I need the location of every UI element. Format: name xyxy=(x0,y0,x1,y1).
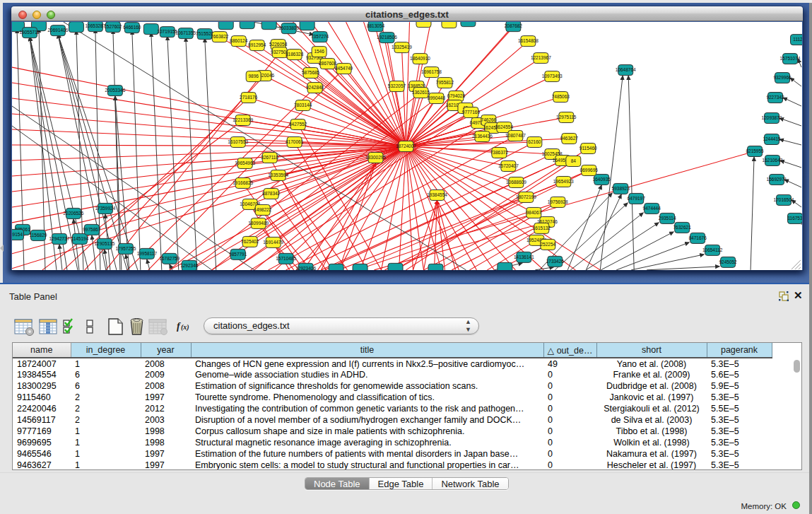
svg-text:3267110: 3267110 xyxy=(261,155,278,160)
svg-text:18300295: 18300295 xyxy=(365,155,386,160)
svg-text:17957255: 17957255 xyxy=(115,246,136,251)
svg-text:1615132: 1615132 xyxy=(533,226,551,230)
svg-text:3624554: 3624554 xyxy=(495,124,514,129)
svg-text:9857791: 9857791 xyxy=(229,252,247,257)
svg-text:(x): (x) xyxy=(181,323,189,332)
svg-text:1733426: 1733426 xyxy=(546,259,565,264)
svg-text:6479197: 6479197 xyxy=(628,196,646,201)
svg-text:20053346: 20053346 xyxy=(105,88,125,93)
svg-text:2718176: 2718176 xyxy=(240,95,258,100)
svg-text:2087682: 2087682 xyxy=(505,23,523,28)
svg-text:19055712: 19055712 xyxy=(20,30,40,35)
svg-text:9329966: 9329966 xyxy=(773,75,792,80)
svg-text:84: 84 xyxy=(571,158,577,163)
svg-text:1640935: 1640935 xyxy=(593,177,611,182)
svg-text:20206526: 20206526 xyxy=(63,211,83,216)
svg-text:15751074: 15751074 xyxy=(780,56,801,61)
svg-text:8990448: 8990448 xyxy=(428,95,446,100)
svg-text:5322057: 5322057 xyxy=(388,83,406,88)
svg-text:13353594: 13353594 xyxy=(268,173,288,177)
svg-text:1362615: 1362615 xyxy=(412,90,430,95)
svg-text:7663822: 7663822 xyxy=(211,34,229,39)
svg-text:14136141: 14136141 xyxy=(514,255,534,259)
svg-text:16961758: 16961758 xyxy=(421,69,442,74)
svg-text:10688609: 10688609 xyxy=(506,180,526,185)
svg-text:8215955: 8215955 xyxy=(746,148,764,153)
svg-text:12975115: 12975115 xyxy=(556,115,577,119)
svg-text:8860124: 8860124 xyxy=(230,38,248,43)
svg-text:7485063: 7485063 xyxy=(552,94,570,99)
svg-text:9463627: 9463627 xyxy=(560,136,579,141)
svg-text:0699695: 0699695 xyxy=(580,168,599,173)
svg-text:6466160: 6466160 xyxy=(123,25,141,30)
svg-text:116753: 116753 xyxy=(787,216,802,221)
svg-text:16210643: 16210643 xyxy=(763,158,783,163)
svg-text:1292346: 1292346 xyxy=(180,263,199,268)
svg-text:19654923: 19654923 xyxy=(553,179,574,184)
svg-text:62160: 62160 xyxy=(528,139,541,144)
svg-text:15720407: 15720407 xyxy=(498,163,519,168)
svg-text:5938923: 5938923 xyxy=(612,186,630,191)
svg-text:252254: 252254 xyxy=(541,242,556,247)
svg-text:10973493: 10973493 xyxy=(542,74,563,78)
svg-text:7803144: 7803144 xyxy=(294,103,312,107)
svg-text:19958117: 19958117 xyxy=(137,251,158,256)
svg-text:8454749: 8454749 xyxy=(335,66,353,71)
svg-text:17016504: 17016504 xyxy=(774,197,794,202)
svg-text:8813054: 8813054 xyxy=(367,23,385,28)
svg-text:16107553: 16107553 xyxy=(228,139,248,144)
svg-text:9474444: 9474444 xyxy=(643,206,661,211)
svg-text:10807487: 10807487 xyxy=(505,133,526,138)
svg-text:12213369: 12213369 xyxy=(233,117,253,122)
svg-text:4170061: 4170061 xyxy=(286,139,304,144)
svg-text:2935114: 2935114 xyxy=(659,216,676,221)
svg-text:984067: 984067 xyxy=(526,210,542,215)
svg-text:9975867: 9975867 xyxy=(83,227,101,232)
svg-text:5226058: 5226058 xyxy=(269,42,288,47)
svg-text:17359924: 17359924 xyxy=(95,206,115,211)
svg-text:15710485: 15710485 xyxy=(276,256,296,261)
svg-text:18099489: 18099489 xyxy=(248,221,269,226)
svg-text:8427552: 8427552 xyxy=(289,122,307,127)
svg-text:8471676: 8471676 xyxy=(689,235,707,240)
svg-text:10648764: 10648764 xyxy=(616,67,636,72)
svg-text:6794028: 6794028 xyxy=(447,93,466,98)
svg-text:1527602: 1527602 xyxy=(104,24,122,29)
svg-text:13325419: 13325419 xyxy=(392,45,412,49)
svg-text:7632621: 7632621 xyxy=(673,225,692,230)
svg-text:16914479: 16914479 xyxy=(263,240,283,245)
svg-text:19756928: 19756928 xyxy=(548,199,568,204)
svg-text:2867608: 2867608 xyxy=(319,61,337,66)
svg-text:18640910: 18640910 xyxy=(410,56,430,61)
svg-text:16033809: 16033809 xyxy=(278,25,299,30)
svg-text:19654963: 19654963 xyxy=(235,160,255,165)
svg-text:9245052: 9245052 xyxy=(719,259,737,264)
svg-text:10671355: 10671355 xyxy=(175,30,196,35)
svg-text:12905135: 12905135 xyxy=(94,241,114,246)
svg-text:19166825: 19166825 xyxy=(233,180,253,185)
svg-text:18724007: 18724007 xyxy=(396,144,416,148)
svg-text:8186328: 8186328 xyxy=(286,52,304,57)
svg-text:9896: 9896 xyxy=(248,74,259,78)
svg-text:12093872: 12093872 xyxy=(762,115,782,120)
svg-text:1112: 1112 xyxy=(793,37,802,42)
svg-text:18072199: 18072199 xyxy=(516,194,536,199)
svg-text:1244415: 1244415 xyxy=(763,136,781,141)
svg-text:9227342: 9227342 xyxy=(766,95,784,100)
svg-text:16782759: 16782759 xyxy=(159,256,180,261)
svg-text:15692971: 15692971 xyxy=(767,177,787,182)
svg-text:7955812: 7955812 xyxy=(436,80,454,85)
svg-text:21364436: 21364436 xyxy=(472,134,493,139)
svg-text:7386372: 7386372 xyxy=(490,150,509,155)
svg-text:12942737: 12942737 xyxy=(49,236,70,241)
svg-text:1145194: 1145194 xyxy=(71,236,89,241)
svg-text:19384554: 19384554 xyxy=(427,192,447,197)
svg-text:9777169: 9777169 xyxy=(462,110,481,115)
svg-text:12213967: 12213967 xyxy=(531,55,551,60)
svg-text:16154808: 16154808 xyxy=(518,38,539,43)
svg-text:19218506: 19218506 xyxy=(377,35,397,40)
svg-text:7357274: 7357274 xyxy=(311,34,329,39)
svg-text:39154: 39154 xyxy=(12,232,23,237)
svg-text:9115460: 9115460 xyxy=(579,146,597,151)
svg-text:1498222: 1498222 xyxy=(254,207,272,212)
